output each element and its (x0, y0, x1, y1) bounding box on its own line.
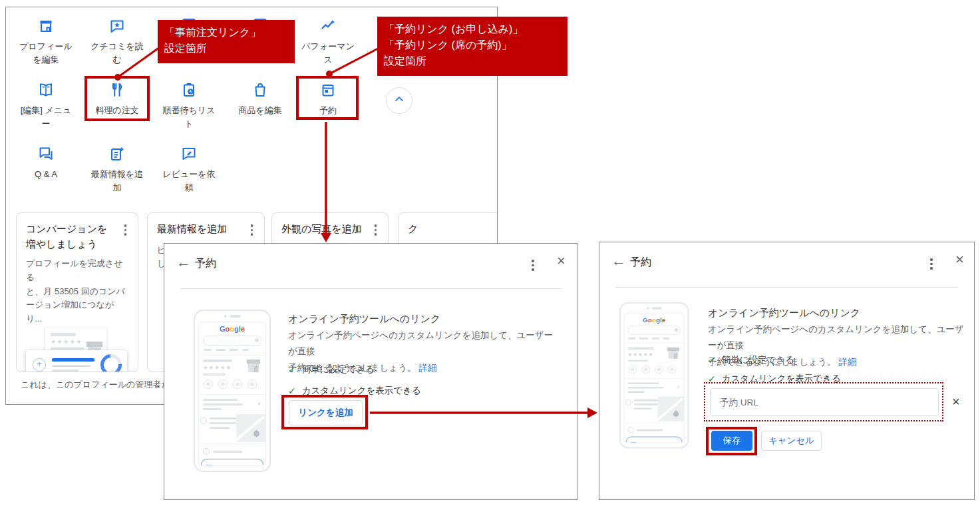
action-label: 最新情報を追 加 (81, 168, 154, 194)
clock-icon (628, 427, 634, 433)
dialog-title: 予約 (195, 257, 216, 271)
map-pin-icon (672, 410, 679, 417)
clock-icon (203, 448, 210, 455)
back-arrow-icon[interactable]: ← (176, 254, 191, 271)
highlight-dotted-url-field (704, 382, 943, 421)
chevron-right-icon: › (677, 383, 679, 389)
action-label: パフォーマン ス (291, 40, 365, 67)
rate-review-icon (109, 18, 125, 34)
action-edit-menu[interactable]: [編集] メニュ ー (9, 82, 82, 130)
link-chain-icon (205, 461, 214, 466)
kebab-menu-icon[interactable] (530, 257, 536, 274)
menu-book-icon (38, 82, 54, 98)
preorder-link-annotation: 「事前注文リンク」 設定箇所 (158, 20, 295, 63)
card-title: 最新情報を追加 (157, 222, 227, 237)
collapse-button[interactable] (386, 87, 412, 114)
highlight-box-save (706, 427, 757, 455)
kebab-menu-icon[interactable] (373, 222, 379, 238)
action-edit-profile[interactable]: プロフィール を編集 (9, 18, 82, 67)
booking-dialog: ← 予約 × Google ★★★★★ (164, 243, 577, 500)
highlight-box-food-ordering (84, 76, 150, 121)
chevron-right-icon: › (258, 400, 260, 407)
screenshot-canvas: プロフィール を編集 クチコミを読 む パフォーマン ス [編集] メニュ ー … (0, 0, 980, 506)
kebab-menu-icon[interactable] (122, 222, 129, 238)
action-label: [編集] メニュ ー (9, 104, 82, 130)
action-label: レビューを依 頼 (152, 168, 226, 194)
link-chain-icon (629, 439, 637, 443)
kebab-menu-icon[interactable] (249, 222, 255, 238)
plus-icon: + (33, 358, 46, 372)
action-label: Q & A (9, 168, 82, 181)
storefront-illustration-icon (245, 360, 261, 376)
dialog-heading: オンライン予約ツールへのリンク (708, 307, 860, 320)
post-add-icon (109, 146, 125, 162)
divider (180, 288, 561, 289)
google-logo: Google (203, 326, 261, 333)
action-label: クチコミを読 む (81, 40, 154, 67)
divider (615, 287, 958, 288)
check-icon: ✓ (288, 364, 296, 375)
map-illustration (236, 414, 265, 442)
map-pin-icon (252, 429, 261, 438)
card-title: コンバージョンを 増やしましょう (26, 222, 107, 252)
dialog-title: 予約 (630, 256, 651, 270)
progress-donut (96, 350, 126, 372)
details-link[interactable]: 詳細 (418, 363, 436, 373)
booking-link-annotation: 「予約リンク (お申し込み)」 「予約リンク (席の予約)」 設定箇所 (377, 17, 568, 76)
google-logo: Google (628, 317, 681, 324)
suggestion-card-conversions: コンバージョンを 増やしましょう プロフィールを完成させる と、月 53505 … (16, 212, 138, 372)
custom-link-highlight (626, 437, 683, 443)
booking-dialog-edit: ← 予約 × Google ★★★★★ (599, 242, 975, 500)
chevron-up-icon (393, 93, 406, 109)
highlight-box-bookings (296, 76, 359, 120)
action-label: 商品を編集 (224, 104, 297, 117)
action-waitlist[interactable]: 順番待ちリス ト (152, 82, 226, 130)
kebab-menu-icon[interactable] (928, 256, 935, 272)
storefront-icon (38, 18, 54, 34)
shopping-bag-icon (252, 82, 268, 98)
details-link[interactable]: 詳細 (838, 357, 856, 367)
conversion-illustration: ★★★★★ + (26, 328, 128, 372)
storefront-illustration-icon (666, 348, 681, 362)
phone-illustration: Google ★★★★★ › (619, 302, 689, 449)
search-bar-illustration (628, 326, 681, 335)
phone-illustration: Google ★★★★★ › (194, 310, 271, 472)
back-arrow-icon[interactable]: ← (611, 252, 626, 270)
action-ask-for-reviews[interactable]: レビューを依 頼 (152, 146, 226, 194)
action-edit-products[interactable]: 商品を編集 (224, 82, 297, 117)
custom-link-highlight (201, 459, 263, 466)
close-icon[interactable]: × (557, 252, 566, 270)
forum-icon (38, 146, 54, 162)
close-icon[interactable]: × (955, 251, 964, 268)
action-label: 順番待ちリス ト (152, 104, 226, 130)
stars-decoration: ★★★★★ (203, 365, 232, 371)
action-read-reviews[interactable]: クチコミを読 む (81, 18, 154, 67)
action-qa[interactable]: Q & A (9, 146, 82, 181)
clear-field-icon[interactable]: × (952, 394, 960, 409)
card-body: プロフィールを完成させる と、月 53505 回のコンバ ージョン増加につながり… (26, 257, 128, 326)
action-label: プロフィール を編集 (9, 40, 82, 67)
card-title: 外観の写真を追加 (281, 222, 362, 237)
dialog-heading: オンライン予約ツールへのリンク (288, 313, 440, 326)
cancel-button[interactable]: キャンセル (761, 431, 822, 451)
search-bar-illustration (203, 336, 261, 346)
clipboard-clock-icon (181, 82, 197, 98)
action-performance[interactable]: パフォーマン ス (291, 18, 365, 67)
review-request-icon (181, 146, 197, 162)
performance-icon (320, 18, 336, 34)
stars-decoration: ★★★★★ (628, 352, 655, 358)
card-title: ク (408, 222, 418, 237)
highlight-box-add-link (281, 395, 368, 429)
action-add-update[interactable]: 最新情報を追 加 (81, 146, 154, 194)
check-icon: ✓ (708, 355, 716, 366)
map-illustration (658, 396, 685, 421)
